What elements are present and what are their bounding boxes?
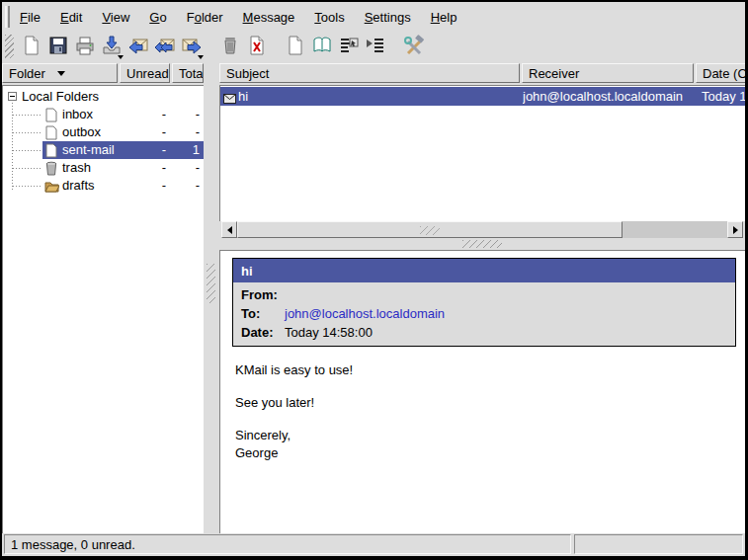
message-body: KMail is easy to use! See you later! Sin…: [235, 361, 735, 462]
body-paragraph: See you later!: [235, 394, 735, 412]
folder-tree: Local Folders inbox - - outbox - - s: [2, 85, 204, 533]
folder-row-local-folders[interactable]: Local Folders: [3, 88, 204, 106]
new-window-icon: [285, 35, 306, 59]
folder-pane: Folder Unread Total Local Folders inbox …: [2, 61, 204, 533]
splitter-grip-icon: [462, 240, 502, 248]
mail-folder-icon: [44, 143, 58, 161]
message-header-box: hi From: To: john@localhost.localdomain …: [232, 258, 736, 347]
scroll-left-button[interactable]: [221, 221, 237, 238]
sort-arrow-icon: [57, 71, 65, 76]
folder-row-inbox[interactable]: inbox - -: [3, 106, 204, 123]
menu-file[interactable]: File: [10, 6, 50, 29]
right-pane: Subject Receiver Date (O hi john@localho…: [219, 61, 745, 533]
forward-button[interactable]: [178, 34, 205, 60]
collapse-expander-icon[interactable]: [8, 92, 17, 101]
kmail-window: File Edit View Go Folder Message Tools S…: [0, 0, 748, 560]
select-list-icon: [338, 35, 360, 59]
menu-bar: File Edit View Go Folder Message Tools S…: [2, 2, 745, 32]
mail-folder-icon: [44, 108, 58, 125]
new-message-button[interactable]: [18, 34, 44, 60]
message-row[interactable]: hi john@localhost.localdomain Today 14: [220, 87, 745, 106]
save-button[interactable]: [44, 34, 71, 60]
tree-connector: [13, 150, 42, 151]
folder-column-header[interactable]: Folder: [2, 63, 118, 83]
scrollbar-thumb[interactable]: [237, 221, 623, 238]
subject-column-header[interactable]: Subject: [219, 63, 520, 83]
horizontal-scrollbar[interactable]: [221, 221, 743, 238]
message-preview-pane: hi From: To: john@localhost.localdomain …: [219, 250, 745, 533]
scroll-right-icon: [733, 226, 738, 234]
main-toolbar: [2, 32, 745, 61]
apply-filters-icon: [365, 35, 386, 59]
menu-edit[interactable]: Edit: [50, 6, 92, 29]
message-list-pane: Subject Receiver Date (O hi john@localho…: [219, 61, 745, 238]
check-mail-button[interactable]: [98, 34, 125, 60]
menu-folder[interactable]: Folder: [177, 6, 233, 29]
tree-connector: [13, 115, 42, 116]
new-window-button[interactable]: [282, 34, 308, 60]
delete-button[interactable]: [243, 34, 270, 60]
select-messages-button[interactable]: [335, 34, 362, 60]
tree-connector: [13, 186, 42, 187]
total-column-header[interactable]: Total: [172, 63, 204, 83]
menu-settings[interactable]: Settings: [355, 6, 421, 29]
save-icon: [47, 35, 69, 59]
splitter-grip-icon: [207, 264, 215, 303]
toolbar-drag-handle[interactable]: [5, 35, 14, 58]
status-text: 1 message, 0 unread.: [11, 537, 135, 552]
message-header-fields: From: To: john@localhost.localdomain Dat…: [233, 282, 735, 346]
configure-button[interactable]: [400, 34, 427, 60]
trash-icon: [219, 35, 241, 59]
to-row: To: john@localhost.localdomain: [233, 304, 735, 323]
reply-all-button[interactable]: [151, 34, 178, 60]
status-bar: 1 message, 0 unread.: [2, 533, 745, 556]
body-signature: George: [235, 444, 735, 462]
menu-go[interactable]: Go: [139, 6, 176, 29]
message-list-body: hi john@localhost.localdomain Today 14: [219, 85, 745, 221]
address-book-icon: [311, 35, 333, 59]
print-icon: [74, 35, 96, 59]
apply-filters-button[interactable]: [362, 34, 388, 60]
envelope-icon: [223, 92, 236, 106]
date-row: Date: Today 14:58:00: [233, 323, 735, 342]
trash-folder-icon: [44, 161, 58, 179]
reply-button[interactable]: [125, 34, 151, 60]
status-message-panel: 1 message, 0 unread.: [4, 534, 571, 554]
scrollbar-grip-icon: [420, 226, 440, 235]
folder-row-sent-mail[interactable]: sent-mail - 1: [3, 141, 204, 159]
move-to-trash-button[interactable]: [216, 34, 243, 60]
tree-connector: [13, 132, 42, 133]
menu-view[interactable]: View: [92, 6, 139, 29]
check-mail-dropdown-icon[interactable]: [118, 55, 124, 59]
receiver-column-header[interactable]: Receiver: [522, 63, 694, 83]
print-button[interactable]: [71, 34, 98, 60]
message-subject-title: hi: [233, 259, 735, 282]
forward-dropdown-icon[interactable]: [198, 55, 204, 59]
status-secondary-panel: [574, 534, 743, 554]
folder-row-drafts[interactable]: drafts - -: [3, 177, 204, 195]
date-value: Today 14:58:00: [285, 325, 373, 340]
menu-message[interactable]: Message: [233, 6, 305, 29]
folder-row-trash[interactable]: trash - -: [3, 159, 204, 177]
body-signoff: Sincerely,: [235, 427, 735, 444]
drafts-folder-icon: [44, 179, 59, 197]
folder-row-outbox[interactable]: outbox - -: [3, 123, 204, 141]
new-message-icon: [21, 35, 42, 59]
to-address-link[interactable]: john@localhost.localdomain: [285, 306, 445, 321]
scroll-right-button[interactable]: [727, 221, 743, 238]
delete-icon: [246, 35, 268, 59]
scroll-left-icon: [227, 226, 232, 234]
list-preview-splitter[interactable]: [219, 238, 745, 250]
body-paragraph: KMail is easy to use!: [235, 361, 735, 379]
address-book-button[interactable]: [308, 34, 335, 60]
from-row: From:: [233, 285, 735, 304]
configure-icon: [403, 35, 425, 59]
reply-all-icon: [154, 35, 176, 59]
tree-connector: [13, 168, 42, 169]
unread-column-header[interactable]: Unread: [120, 63, 170, 83]
menu-help[interactable]: Help: [421, 6, 467, 29]
menu-tools[interactable]: Tools: [304, 6, 354, 29]
date-column-header[interactable]: Date (O: [696, 63, 745, 83]
reply-icon: [127, 35, 149, 59]
folder-message-splitter[interactable]: [204, 61, 219, 533]
